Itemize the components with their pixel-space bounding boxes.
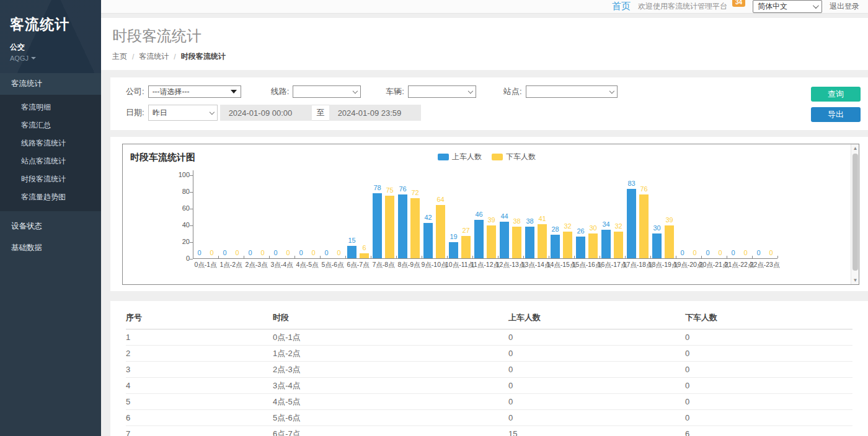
table-cell: 0 [685, 410, 852, 426]
bar-slot: 42 [423, 175, 433, 258]
table-row[interactable]: 32点-3点00 [126, 362, 852, 378]
bar[interactable] [423, 223, 433, 258]
bar[interactable] [551, 235, 560, 258]
org-code-label: AQGJ [10, 54, 29, 62]
bar[interactable] [525, 227, 534, 258]
breadcrumb: 主页 / 客流统计 / 时段客流统计 [112, 51, 868, 62]
bar[interactable] [627, 189, 636, 258]
date-from-input[interactable]: 2024-01-09 00:00 [220, 105, 312, 121]
bar[interactable] [385, 196, 394, 258]
bar[interactable] [410, 198, 420, 258]
table-row[interactable]: 65点-6点00 [126, 410, 852, 426]
bar[interactable] [436, 205, 445, 258]
y-axis-tick-label: 0 [166, 255, 190, 262]
y-axis-tick-label: 100 [166, 171, 190, 178]
bar[interactable] [652, 233, 662, 259]
sidebar-submenu: 客流明细 客流汇总 线路客流统计 站点客流统计 时段客流统计 客流量趋势图 [0, 95, 101, 211]
bar[interactable] [601, 230, 611, 258]
sidebar-item-station-stats[interactable]: 站点客流统计 [0, 152, 101, 170]
bar[interactable] [360, 253, 369, 258]
bar-slot: 32 [563, 175, 572, 258]
bar[interactable] [563, 232, 572, 258]
sidebar-item-flow-summary[interactable]: 客流汇总 [0, 116, 101, 134]
bar-slot: 0 [690, 175, 699, 258]
filter-row-2: 日期: 昨日 2024-01-09 00:00 至 2024-01-09 23:… [126, 105, 800, 121]
bar[interactable] [614, 232, 623, 258]
bar-slot: 32 [614, 175, 623, 258]
breadcrumb-home[interactable]: 主页 [112, 51, 127, 62]
chart-scrollbar[interactable]: ▲ ▼ [851, 144, 859, 284]
sidebar-item-period-stats[interactable]: 时段客流统计 [0, 170, 101, 188]
bar[interactable] [461, 236, 471, 259]
table-cell: 2 [126, 346, 273, 362]
table-cell: 6 [126, 410, 273, 426]
station-select[interactable] [526, 85, 618, 98]
logout-link[interactable]: 退出登录 [830, 1, 859, 12]
bar[interactable] [398, 194, 407, 258]
date-preset-select[interactable]: 昨日 [148, 105, 218, 121]
table-cell: 0 [685, 394, 852, 410]
chart-category-group: 000点-1点 [193, 175, 218, 258]
breadcrumb-section[interactable]: 客流统计 [139, 51, 169, 62]
bar[interactable] [500, 222, 509, 258]
chart-box: 时段车流统计图 上车人数下车人数 020406080100 000点-1点001… [122, 144, 859, 285]
app-brand: 客流统计 [10, 15, 101, 34]
breadcrumb-current: 时段客流统计 [181, 51, 226, 62]
sidebar-item-passenger-stats[interactable]: 客流统计 [0, 73, 101, 95]
table-cell: 3 [126, 362, 273, 378]
legend-item[interactable]: 下车人数 [492, 152, 536, 162]
scroll-down-arrow-icon[interactable]: ▼ [851, 276, 859, 284]
vehicle-select[interactable] [408, 85, 476, 98]
date-to-input[interactable]: 2024-01-09 23:59 [329, 105, 421, 121]
home-link[interactable]: 首页 [612, 1, 631, 12]
legend-item[interactable]: 上车人数 [438, 152, 482, 162]
bar-slot: 0 [715, 175, 725, 258]
chevron-down-icon [813, 2, 819, 9]
table-cell: 0 [508, 346, 685, 362]
x-axis-label: 5点-6点 [321, 261, 343, 269]
station-label: 站点: [503, 86, 522, 97]
table-row[interactable]: 21点-2点00 [126, 346, 852, 362]
sidebar-item-line-stats[interactable]: 线路客流统计 [0, 134, 101, 152]
scroll-up-arrow-icon[interactable]: ▲ [851, 144, 859, 152]
line-select[interactable] [293, 85, 361, 98]
y-axis-tick-mark [190, 259, 193, 259]
company-select[interactable]: ---请选择--- [148, 85, 241, 98]
bar-slot: 19 [449, 175, 458, 258]
notification-badge[interactable]: 34 [732, 0, 745, 7]
scrollbar-thumb[interactable] [852, 154, 858, 271]
bar-slot: 0 [258, 175, 267, 258]
sidebar-item-flow-detail[interactable]: 客流明细 [0, 98, 101, 116]
bar[interactable] [449, 242, 458, 258]
query-button[interactable]: 查询 [811, 87, 861, 102]
col-header-period: 时段 [273, 306, 508, 329]
bar[interactable] [576, 237, 585, 258]
table-cell: 4 [126, 378, 273, 394]
export-button[interactable]: 导出 [811, 107, 861, 122]
chart-category-group: 002点-3点 [244, 175, 269, 258]
table-cell: 1 [126, 329, 273, 346]
table-cell: 7 [126, 426, 273, 436]
bar[interactable] [373, 193, 382, 258]
x-axis-label: 22点-23点 [750, 261, 780, 269]
legend-label: 下车人数 [506, 152, 536, 162]
sidebar-item-trend-chart[interactable]: 客流量趋势图 [0, 188, 101, 206]
bar[interactable] [487, 225, 496, 258]
table-row[interactable]: 43点-4点00 [126, 378, 852, 394]
table-cell: 1点-2点 [273, 346, 508, 362]
bar[interactable] [474, 220, 484, 258]
vehicle-label: 车辆: [386, 86, 404, 97]
chart-category-group: 0020点-21点 [701, 175, 727, 258]
legend-label: 上车人数 [452, 152, 482, 162]
language-select[interactable]: 简体中文 [753, 0, 822, 13]
table-row[interactable]: 54点-5点00 [126, 394, 852, 410]
bar[interactable] [512, 227, 521, 258]
sidebar-item-device-status[interactable]: 设备状态 [0, 216, 101, 237]
bar[interactable] [588, 233, 598, 259]
bar-slot: 39 [665, 175, 674, 258]
sidebar-item-base-data[interactable]: 基础数据 [0, 237, 101, 259]
x-axis-label: 0点-1点 [194, 261, 216, 269]
org-code-dropdown[interactable]: AQGJ [10, 54, 101, 62]
table-row[interactable]: 10点-1点00 [126, 329, 852, 346]
table-row[interactable]: 76点-7点156 [126, 426, 852, 436]
